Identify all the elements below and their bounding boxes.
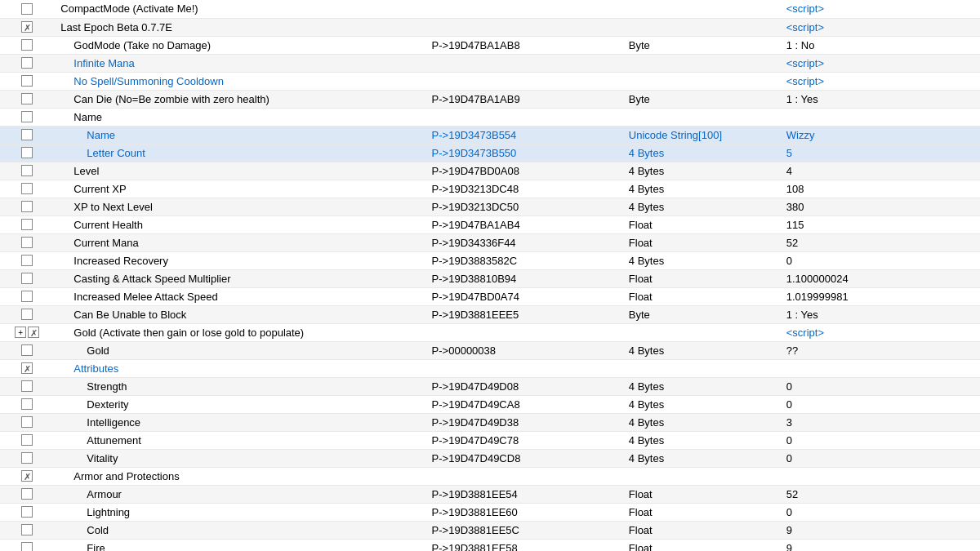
table-row[interactable]: +✗Gold (Activate then gain or lose gold … [0,323,980,341]
checkbox-empty[interactable] [21,506,33,518]
checkbox-cell[interactable] [0,305,54,323]
checkbox-empty[interactable] [21,75,33,87]
main-table-container[interactable]: CompactMode (Activate Me!)<script>✗Last … [0,0,980,551]
table-row[interactable]: GodMode (Take no Damage)P->19D47BA1AB8By… [0,36,980,54]
checkbox-cell[interactable] [0,90,54,108]
table-row[interactable]: Name [0,108,980,126]
checkbox-cell[interactable] [0,251,54,269]
table-row[interactable]: DexterityP->19D47D49CA84 Bytes0 [0,395,980,413]
table-row[interactable]: Letter CountP->19D3473B5504 Bytes5 [0,144,980,162]
checkbox-empty[interactable] [21,273,33,284]
checkbox-cell[interactable] [0,108,54,126]
checkbox-cell[interactable] [0,126,54,144]
checkbox-empty[interactable] [21,165,33,176]
table-row[interactable]: Current ManaP->19D34336F44Float52 [0,233,980,251]
checkbox-empty[interactable] [21,3,33,15]
checkbox-cell[interactable] [0,503,54,521]
checkbox-cell[interactable]: +✗ [0,323,54,341]
checkbox-cell[interactable] [0,449,54,467]
table-row[interactable]: CompactMode (Activate Me!)<script> [0,0,980,18]
checkbox-empty[interactable] [21,434,33,446]
checkbox-empty[interactable] [21,309,33,320]
checkbox-cell[interactable] [0,341,54,359]
entry-address: P->19D3881EE60 [429,503,626,521]
entry-type: Byte [626,36,783,54]
table-row[interactable]: LevelP->19D47BD0A084 Bytes4 [0,162,980,180]
checkbox-empty[interactable] [21,129,33,140]
checkbox-cell[interactable] [0,395,54,413]
checkbox-cell[interactable] [0,269,54,287]
checkbox-cell[interactable] [0,233,54,251]
checkbox-x[interactable]: ✗ [28,327,39,338]
entry-type: Float [626,485,783,503]
table-row[interactable]: NameP->19D3473B554Unicode String[100]Wiz… [0,126,980,144]
checkbox-cell[interactable] [0,431,54,449]
checkbox-cell[interactable] [0,413,54,431]
checkbox-empty[interactable] [21,237,33,248]
checkbox-empty[interactable] [21,398,33,410]
checkbox-empty[interactable] [21,147,33,158]
table-row[interactable]: ColdP->19D3881EE5CFloat9 [0,521,980,539]
checkbox-cell[interactable] [0,377,54,395]
checkbox-cell[interactable]: ✗ [0,18,54,36]
checkbox-cell[interactable]: ✗ [0,467,54,485]
checkbox-empty[interactable] [21,380,33,392]
checkbox-cell[interactable] [0,0,54,18]
checkbox-empty[interactable] [21,57,33,69]
checkbox-cell[interactable]: ✗ [0,359,54,377]
table-row[interactable]: Increased RecoveryP->19D3883582C4 Bytes0 [0,251,980,269]
checkbox-x[interactable]: ✗ [21,21,33,33]
entry-value: <script> [783,323,980,341]
table-row[interactable]: LightningP->19D3881EE60Float0 [0,503,980,521]
checkbox-empty[interactable] [21,255,33,266]
table-row[interactable]: Can Die (No=Be zombie with zero health)P… [0,90,980,108]
table-row[interactable]: IntelligenceP->19D47D49D384 Bytes3 [0,413,980,431]
checkbox-empty[interactable] [21,416,33,428]
checkbox-empty[interactable] [21,452,33,464]
checkbox-cell[interactable] [0,36,54,54]
checkbox-empty[interactable] [21,488,33,500]
checkbox-empty[interactable] [21,201,33,212]
table-row[interactable]: Current HealthP->19D47BA1AB4Float115 [0,216,980,233]
table-row[interactable]: Current XPP->19D3213DC484 Bytes108 [0,180,980,198]
checkbox-empty[interactable] [21,183,33,194]
table-row[interactable]: ✗Last Epoch Beta 0.7.7E<script> [0,18,980,36]
table-row[interactable]: VitalityP->19D47D49CD84 Bytes0 [0,449,980,467]
checkbox-cell[interactable] [0,162,54,180]
checkbox-cell[interactable] [0,54,54,72]
table-row[interactable]: Infinite Mana<script> [0,54,980,72]
table-row[interactable]: GoldP->000000384 Bytes?? [0,341,980,359]
table-row[interactable]: No Spell/Summoning Cooldown<script> [0,72,980,90]
checkbox-empty[interactable] [21,111,33,122]
table-row[interactable]: StrengthP->19D47D49D084 Bytes0 [0,377,980,395]
checkbox-cell[interactable] [0,72,54,90]
table-row[interactable]: Casting & Attack Speed MultiplierP->19D3… [0,269,980,287]
table-row[interactable]: XP to Next LevelP->19D3213DC504 Bytes380 [0,198,980,216]
table-row[interactable]: FireP->19D3881EE58Float9 [0,539,980,551]
table-row[interactable]: Increased Melee Attack SpeedP->19D47BD0A… [0,287,980,305]
checkbox-cell[interactable] [0,287,54,305]
checkbox-empty[interactable] [21,39,33,51]
checkbox-empty[interactable] [21,542,33,551]
checkbox-empty[interactable] [21,291,33,302]
checkbox-cell[interactable] [0,144,54,162]
table-row[interactable]: ArmourP->19D3881EE54Float52 [0,485,980,503]
checkbox-empty[interactable] [21,524,33,535]
checkbox-x[interactable]: ✗ [21,470,33,482]
checkbox-x[interactable]: ✗ [21,362,33,374]
checkbox-cell[interactable] [0,521,54,539]
checkbox-cell[interactable] [0,539,54,551]
table-row[interactable]: Can Be Unable to BlockP->19D3881EEE5Byte… [0,305,980,323]
checkbox-cell[interactable] [0,180,54,198]
expand-icon[interactable]: + [15,327,26,338]
table-row[interactable]: AttunementP->19D47D49C784 Bytes0 [0,431,980,449]
checkbox-empty[interactable] [21,344,33,356]
entry-address [429,467,626,485]
checkbox-cell[interactable] [0,198,54,216]
checkbox-cell[interactable] [0,216,54,233]
checkbox-empty[interactable] [21,219,33,230]
checkbox-cell[interactable] [0,485,54,503]
table-row[interactable]: ✗Armor and Protections [0,467,980,485]
checkbox-empty[interactable] [21,93,33,104]
table-row[interactable]: ✗Attributes [0,359,980,377]
